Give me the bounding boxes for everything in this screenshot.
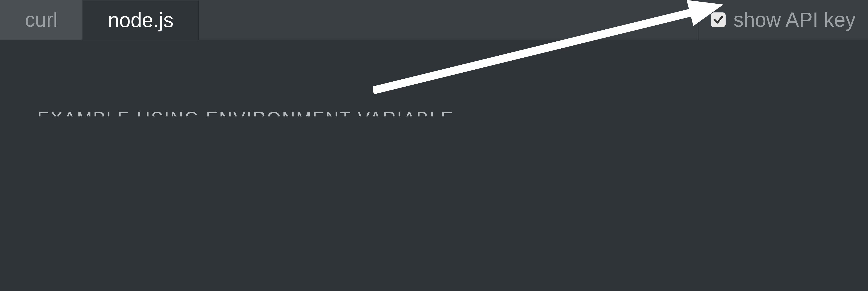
tab-curl[interactable]: curl bbox=[0, 0, 83, 39]
tab-bar-fill bbox=[199, 0, 698, 39]
tab-nodejs[interactable]: node.js bbox=[83, 1, 199, 40]
tab-label: node.js bbox=[108, 8, 174, 32]
show-api-key-label: show API key bbox=[734, 8, 856, 32]
tab-bar: curl node.js show API key bbox=[0, 0, 868, 40]
code-panel: EXAMPLE USING ENVIRONMENT VARIABLE # She… bbox=[0, 40, 868, 117]
checkbox-icon bbox=[711, 12, 725, 27]
show-api-key-toggle[interactable]: show API key bbox=[698, 0, 868, 39]
tab-label: curl bbox=[25, 8, 58, 32]
example-heading: EXAMPLE USING ENVIRONMENT VARIABLE bbox=[37, 108, 868, 117]
